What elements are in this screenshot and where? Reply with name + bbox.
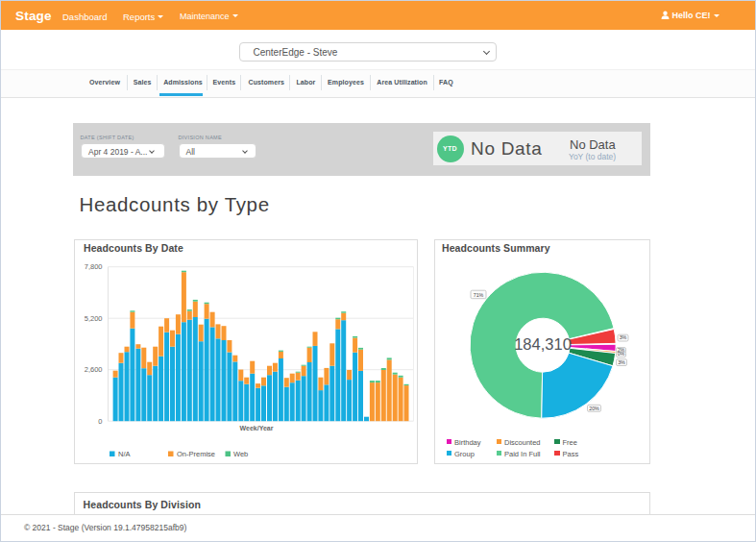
svg-text:5,200: 5,200 (85, 314, 103, 323)
svg-text:3%: 3% (620, 335, 627, 341)
svg-text:Week/Year: Week/Year (240, 425, 274, 431)
svg-text:3%: 3% (618, 359, 625, 365)
svg-text:7,800: 7,800 (85, 262, 103, 271)
svg-text:2,600: 2,600 (85, 365, 103, 374)
svg-text:On-Premise: On-Premise (177, 450, 215, 458)
svg-text:N/A: N/A (118, 450, 131, 458)
svg-text:20%: 20% (589, 406, 599, 411)
svg-text:71%: 71% (474, 292, 484, 298)
svg-text:0: 0 (98, 417, 102, 426)
svg-text:184,310: 184,310 (514, 335, 572, 353)
svg-text:0%: 0% (618, 351, 625, 357)
svg-text:Web: Web (233, 450, 248, 458)
